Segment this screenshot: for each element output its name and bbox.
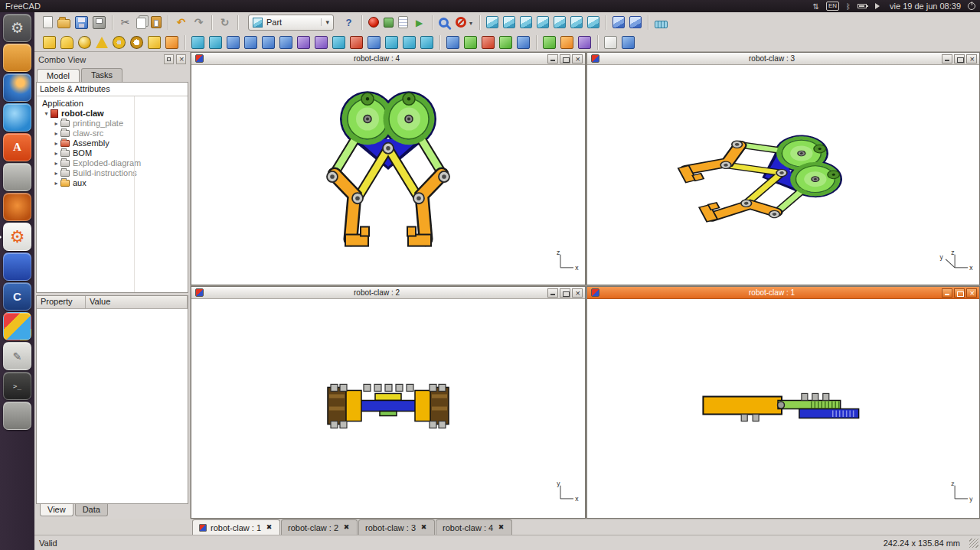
launcher-disk-utility[interactable] bbox=[3, 402, 31, 430]
expander-icon[interactable] bbox=[52, 178, 60, 188]
clock[interactable]: vie 19 de jun 08:39 bbox=[890, 2, 961, 11]
macro-stop-button[interactable] bbox=[384, 18, 394, 28]
tab-close-icon[interactable] bbox=[265, 523, 273, 532]
window-restore-button[interactable] bbox=[954, 288, 965, 298]
part-primitives-button[interactable] bbox=[148, 36, 161, 49]
3d-viewport-top[interactable]: y x bbox=[191, 299, 585, 518]
macro-play-button[interactable] bbox=[413, 16, 426, 29]
macro-record-button[interactable] bbox=[368, 17, 379, 28]
part-xor-button[interactable] bbox=[578, 36, 591, 49]
expander-icon[interactable] bbox=[52, 138, 60, 148]
panel-close-button[interactable] bbox=[176, 54, 186, 64]
part-revolve-button[interactable] bbox=[209, 36, 222, 49]
part-tube-button[interactable] bbox=[130, 36, 143, 49]
tree-item-claw-src[interactable]: claw-src bbox=[37, 129, 188, 138]
part-cone-button[interactable] bbox=[96, 37, 108, 48]
part-cylinder-button[interactable] bbox=[60, 36, 74, 49]
launcher-firefox[interactable] bbox=[3, 73, 31, 102]
whats-this-button[interactable] bbox=[342, 16, 355, 29]
part-defeaturing-button[interactable] bbox=[622, 36, 635, 49]
tree-item-bom[interactable]: BOM bbox=[37, 148, 188, 158]
window-close-button[interactable] bbox=[572, 288, 583, 298]
tree-item-exploded-diagram[interactable]: Exploded-diagram bbox=[37, 158, 188, 168]
part-boolean-button[interactable] bbox=[464, 36, 477, 49]
view-axonometric-button[interactable] bbox=[486, 16, 498, 28]
cut-button[interactable] bbox=[119, 16, 132, 29]
3d-viewport-axonometric[interactable]: z x y bbox=[587, 65, 979, 285]
part-chamfer-button[interactable] bbox=[262, 36, 275, 49]
window-titlebar[interactable]: robot-claw : 3 bbox=[587, 53, 979, 65]
3d-viewport-front[interactable]: z x bbox=[191, 65, 585, 285]
view-rear-button[interactable] bbox=[554, 16, 566, 28]
window-restore-button[interactable] bbox=[954, 54, 965, 63]
part-thickness-button[interactable] bbox=[420, 36, 433, 49]
expander-icon[interactable] bbox=[52, 119, 60, 129]
view-top-button[interactable] bbox=[520, 16, 532, 28]
part-cut-button[interactable] bbox=[482, 36, 495, 49]
tab-close-icon[interactable] bbox=[420, 523, 428, 532]
session-power-icon[interactable] bbox=[968, 2, 975, 10]
part-offset-3d-button[interactable] bbox=[385, 36, 398, 49]
tree-root[interactable]: Application bbox=[37, 99, 188, 109]
launcher-text-editor[interactable] bbox=[3, 342, 31, 370]
launcher-media-player[interactable] bbox=[3, 193, 31, 221]
print-button[interactable] bbox=[93, 16, 106, 29]
tree-item-assembly[interactable]: Assembly bbox=[37, 138, 188, 148]
view-front-button[interactable] bbox=[503, 16, 515, 28]
part-fillet-button[interactable] bbox=[244, 36, 257, 49]
tab-tasks[interactable]: Tasks bbox=[81, 68, 122, 82]
launcher-terminal[interactable] bbox=[3, 372, 31, 400]
tab-data[interactable]: Data bbox=[75, 504, 108, 516]
part-cross-sections-button[interactable] bbox=[368, 36, 381, 49]
launcher-software-center[interactable] bbox=[3, 133, 31, 161]
property-column-header[interactable]: Property bbox=[37, 296, 86, 309]
save-button[interactable] bbox=[75, 16, 88, 29]
copy-button[interactable] bbox=[136, 18, 146, 29]
part-mirror-button[interactable] bbox=[227, 36, 240, 49]
tab-robot-claw-4[interactable]: robot-claw : 4 bbox=[436, 519, 512, 535]
value-column-header[interactable]: Value bbox=[86, 296, 188, 309]
battery-icon[interactable] bbox=[858, 4, 867, 8]
part-union-button[interactable] bbox=[499, 36, 512, 49]
window-close-button[interactable] bbox=[966, 54, 977, 63]
tree-item-printing-plate[interactable]: printing_plate bbox=[37, 119, 188, 129]
window-minimize-button[interactable] bbox=[942, 54, 952, 63]
measure-button[interactable] bbox=[655, 21, 668, 28]
view-right-button[interactable] bbox=[537, 16, 549, 28]
part-sweep-button[interactable] bbox=[332, 36, 345, 49]
tree-item-aux[interactable]: aux bbox=[37, 178, 188, 188]
window-restore-button[interactable] bbox=[560, 288, 570, 298]
window-titlebar[interactable]: robot-claw : 2 bbox=[191, 287, 585, 299]
expander-icon[interactable] bbox=[42, 109, 51, 119]
bluetooth-icon[interactable]: ᛒ bbox=[846, 2, 851, 11]
part-intersection-button[interactable] bbox=[517, 36, 530, 49]
tab-close-icon[interactable] bbox=[342, 523, 351, 532]
refresh-button[interactable] bbox=[218, 16, 231, 29]
paste-button[interactable] bbox=[151, 16, 162, 28]
expander-icon[interactable] bbox=[52, 168, 60, 178]
3d-viewport-right[interactable]: z y bbox=[587, 299, 979, 518]
volume-icon[interactable] bbox=[875, 3, 883, 9]
redo-button[interactable] bbox=[192, 16, 205, 29]
part-box-button[interactable] bbox=[43, 36, 56, 49]
window-close-button[interactable] bbox=[966, 288, 977, 298]
launcher-photo-app[interactable] bbox=[3, 312, 31, 340]
part-split-button[interactable] bbox=[560, 36, 573, 49]
part-offset-2d-button[interactable] bbox=[403, 36, 416, 49]
part-check-geometry-button[interactable] bbox=[604, 36, 617, 49]
window-minimize-button[interactable] bbox=[547, 288, 558, 298]
resize-grip[interactable] bbox=[969, 539, 978, 548]
expander-icon[interactable] bbox=[52, 148, 60, 158]
workbench-selector[interactable]: Part bbox=[248, 15, 334, 31]
tab-robot-claw-2[interactable]: robot-claw : 2 bbox=[281, 519, 358, 535]
tab-robot-claw-1[interactable]: robot-claw : 1 bbox=[192, 519, 280, 535]
part-make-face-button[interactable] bbox=[279, 36, 292, 49]
part-extrude-button[interactable] bbox=[191, 36, 204, 49]
tree-item-build-instructions[interactable]: Build-instructions bbox=[37, 168, 188, 178]
property-grid-body[interactable] bbox=[37, 309, 188, 503]
view-trimetric-button[interactable] bbox=[629, 16, 642, 28]
view-left-button[interactable] bbox=[587, 16, 599, 28]
launcher-system-settings[interactable] bbox=[3, 163, 31, 191]
launcher-blue-app[interactable] bbox=[3, 252, 31, 281]
window-titlebar-active[interactable]: robot-claw : 1 bbox=[587, 287, 979, 299]
